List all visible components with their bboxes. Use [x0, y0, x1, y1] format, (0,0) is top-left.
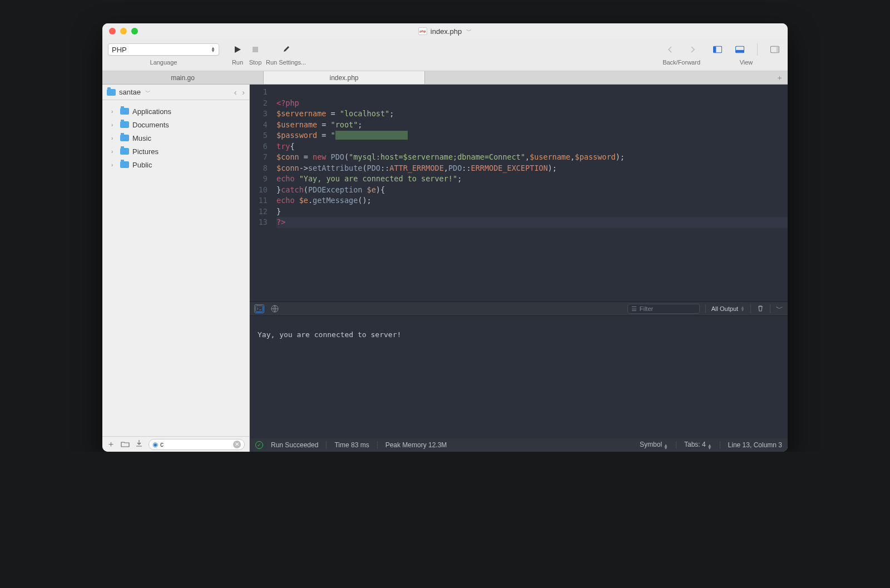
- editor-column: 12345678910111213 <?php $servername = "l…: [250, 85, 788, 452]
- console-filter-input[interactable]: ☰ Filter: [627, 304, 700, 314]
- location-back-button[interactable]: ‹: [234, 88, 237, 97]
- divider: [326, 441, 327, 449]
- divider: [676, 441, 676, 449]
- clear-filter-button[interactable]: ✕: [233, 441, 241, 448]
- location-forward-button[interactable]: ›: [242, 88, 245, 97]
- console-output-scope-label: All Output: [711, 305, 738, 312]
- tab-width-selector[interactable]: Tabs: 4▲▼: [684, 441, 712, 449]
- tree-item-label: Music: [132, 134, 151, 142]
- updown-icon: ▲▼: [211, 47, 215, 52]
- app-window: php index.php ﹀ PHP ▲▼ Language Run: [102, 23, 788, 452]
- console-output-scope[interactable]: All Output ▲▼: [711, 305, 745, 312]
- tree-item[interactable]: ›Applications: [108, 105, 249, 118]
- stop-button[interactable]: [248, 43, 263, 56]
- code-editor[interactable]: 12345678910111213 <?php $servername = "l…: [250, 85, 788, 302]
- import-button[interactable]: [135, 439, 143, 449]
- tab-main-go[interactable]: main.go: [102, 71, 264, 84]
- console-expand-button[interactable]: ﹀: [776, 304, 783, 314]
- disclosure-icon: ›: [111, 162, 117, 168]
- filter-icon: ◉: [152, 441, 158, 448]
- php-file-icon: php: [418, 27, 427, 35]
- language-value: PHP: [112, 46, 127, 54]
- language-select[interactable]: PHP ▲▼: [108, 43, 219, 56]
- folder-icon: [120, 135, 129, 141]
- run-label: Run: [232, 59, 243, 66]
- window-title-text: index.php: [431, 27, 462, 36]
- file-sidebar: santae ﹀ ‹ › ›Applications ›Documents ›M…: [102, 85, 250, 452]
- folder-icon: [120, 121, 129, 128]
- titlebar: php index.php ﹀: [102, 23, 788, 39]
- console-toolbar: ☰ Filter All Output ▲▼ ﹀: [250, 302, 788, 316]
- updown-icon: ▲▼: [740, 306, 745, 312]
- code-body[interactable]: <?php $servername = "localhost"; $userna…: [272, 85, 788, 302]
- view-left-panel-button[interactable]: [710, 43, 725, 56]
- folder-icon: [107, 89, 116, 96]
- tree-item[interactable]: ›Pictures: [108, 145, 249, 158]
- folder-icon: [120, 148, 129, 155]
- divider: [377, 441, 378, 449]
- status-ok-icon: ✓: [255, 441, 263, 449]
- new-folder-button[interactable]: [121, 439, 130, 449]
- stop-label: Stop: [249, 59, 262, 66]
- forward-button[interactable]: [685, 43, 700, 56]
- divider: [705, 304, 706, 313]
- sidebar-footer: ＋ ◉ c ✕: [102, 436, 249, 452]
- symbol-selector[interactable]: Symbol▲▼: [640, 441, 668, 449]
- disclosure-icon: ›: [111, 122, 117, 128]
- new-tab-button[interactable]: ＋: [771, 71, 788, 84]
- status-time: Time 83 ms: [334, 441, 369, 449]
- disclosure-icon: ›: [111, 108, 117, 115]
- disclosure-icon: ›: [111, 135, 117, 141]
- view-label: View: [740, 59, 753, 66]
- tree-item-label: Public: [132, 161, 152, 169]
- backforward-label: Back/Forward: [662, 59, 700, 66]
- location-bar[interactable]: santae ﹀ ‹ ›: [102, 85, 249, 100]
- run-button[interactable]: [230, 43, 245, 56]
- tree-item-label: Documents: [132, 121, 169, 129]
- tree-item[interactable]: ›Music: [108, 131, 249, 145]
- add-file-button[interactable]: ＋: [107, 439, 115, 449]
- editor-tabs: main.go index.php ＋: [102, 71, 788, 85]
- console-output-text: Yay, you are connected to server!: [258, 330, 401, 339]
- sidebar-filter-value: c: [160, 441, 231, 448]
- run-settings-label: Run Settings...: [266, 59, 306, 66]
- tab-label: index.php: [329, 74, 358, 82]
- tree-item-label: Applications: [132, 107, 171, 116]
- tree-item[interactable]: ›Public: [108, 158, 249, 171]
- line-gutter: 12345678910111213: [250, 85, 272, 302]
- folder-icon: [120, 108, 129, 115]
- divider: [720, 441, 720, 449]
- run-settings-button[interactable]: [279, 43, 293, 56]
- divider: [770, 304, 770, 313]
- redacted-password: [335, 131, 408, 140]
- console-web-tab[interactable]: [270, 304, 280, 313]
- svg-rect-7: [256, 306, 263, 312]
- cursor-position[interactable]: Line 13, Column 3: [728, 441, 782, 449]
- language-label: Language: [150, 59, 177, 66]
- console-output[interactable]: Yay, you are connected to server!: [250, 316, 788, 438]
- view-right-panel-button[interactable]: [768, 43, 782, 56]
- status-memory: Peak Memory 12.3M: [385, 441, 447, 449]
- svg-rect-2: [714, 47, 716, 53]
- svg-rect-4: [736, 50, 744, 52]
- file-tree: ›Applications ›Documents ›Music ›Picture…: [102, 100, 249, 436]
- toolbar: PHP ▲▼ Language Run Stop Run Settings...: [102, 39, 788, 71]
- chevron-down-icon: ﹀: [145, 88, 151, 96]
- console-filter-placeholder: Filter: [640, 305, 653, 312]
- tab-index-php[interactable]: index.php: [264, 71, 425, 84]
- sidebar-filter-input[interactable]: ◉ c ✕: [149, 439, 245, 450]
- disclosure-icon: ›: [111, 149, 117, 155]
- divider: [750, 304, 751, 313]
- back-button[interactable]: [663, 43, 678, 56]
- location-name: santae: [119, 88, 141, 96]
- svg-rect-0: [253, 47, 258, 52]
- tree-item[interactable]: ›Documents: [108, 118, 249, 131]
- clear-console-button[interactable]: [756, 304, 764, 314]
- view-bottom-panel-button[interactable]: [733, 43, 747, 56]
- tab-label: main.go: [171, 74, 195, 82]
- window-title[interactable]: php index.php ﹀: [102, 27, 788, 36]
- tree-item-label: Pictures: [132, 147, 159, 156]
- console-output-tab[interactable]: [254, 304, 264, 313]
- toolbar-divider: [757, 43, 758, 56]
- filter-icon: ☰: [631, 305, 637, 313]
